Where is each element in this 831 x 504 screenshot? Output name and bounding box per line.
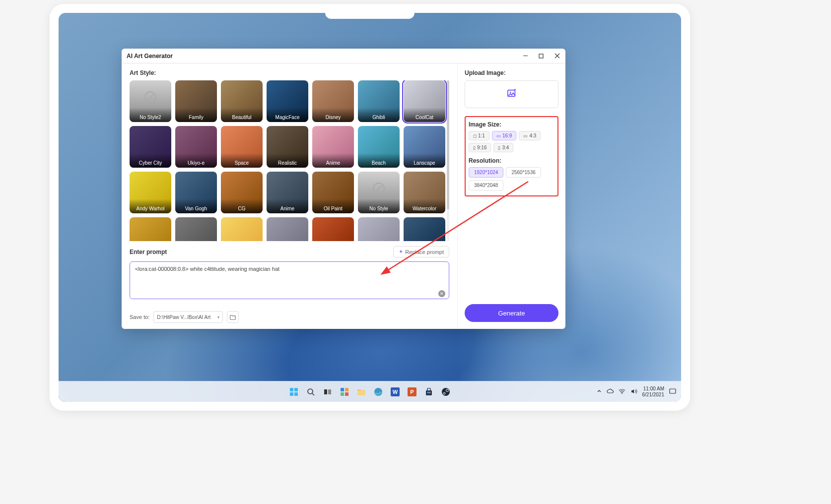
style-tile-label: Watercolor [404,199,445,213]
svg-rect-27 [429,392,431,393]
open-folder-button[interactable] [227,311,239,323]
style-tile-label: Anime [267,199,308,213]
prompt-input[interactable] [130,261,449,299]
wifi-icon[interactable] [619,388,625,395]
generate-button[interactable]: Generate [465,304,558,322]
svg-rect-18 [345,392,348,396]
style-tile-row4-25[interactable] [312,217,354,241]
start-button[interactable] [287,385,301,399]
notifications-icon[interactable] [669,388,676,395]
taskbar-datetime[interactable]: 11:00 AM 6/21/2021 [642,386,665,398]
word-icon[interactable]: W [388,385,402,399]
style-tile-Ukiyo-e[interactable]: Ukiyo-e [175,126,217,168]
style-tile-label: Disney [312,108,354,122]
powerpoint-icon[interactable]: P [405,385,419,399]
svg-rect-26 [427,392,429,393]
svg-point-28 [442,388,450,396]
style-tile-row4-24[interactable] [267,217,308,241]
aspect-icon: ▯ [473,145,476,150]
desktop-wallpaper: AI Art Generator Art Style: [59,13,681,402]
scrollbar[interactable] [447,80,449,241]
sparkle-icon: ✦ [399,249,403,255]
resolution-option-1920x1024[interactable]: 1920*1024 [469,167,503,178]
volume-icon[interactable] [630,388,637,395]
replace-prompt-button[interactable]: ✦ Replace prompt [393,246,449,257]
laptop-notch [325,4,415,19]
close-button[interactable] [554,53,560,60]
widgets-icon[interactable] [338,385,351,399]
style-tile-Oil Paint[interactable]: Oil Paint [312,172,354,213]
titlebar: AI Art Generator [122,49,565,63]
search-icon[interactable] [304,385,318,399]
cloud-icon[interactable] [607,388,614,395]
style-tile-row4-27[interactable] [404,217,445,241]
size-option-16-9[interactable]: ▭16:9 [492,131,516,140]
svg-point-5 [509,91,511,93]
style-tile-row4-21[interactable] [130,217,171,241]
style-tile-row4-22[interactable] [175,217,217,241]
svg-point-31 [622,393,623,394]
svg-rect-19 [357,391,365,395]
style-tile-label: CG [221,199,263,213]
style-tile-MagicFace[interactable]: MagicFace [267,80,308,122]
style-tile-label: No Style [358,199,400,213]
style-tile-label: Beautiful [221,108,263,122]
edge-icon[interactable] [371,385,385,399]
style-tile-Anime[interactable]: Anime [312,126,354,168]
tray-chevron-icon[interactable] [597,389,602,395]
aspect-icon: ▭ [523,133,528,138]
svg-point-11 [308,389,313,394]
upload-image-dropzone[interactable] [465,80,558,108]
style-tile-Cyber City[interactable]: Cyber City [130,126,171,168]
style-tile-Family[interactable]: Family [175,80,217,122]
svg-rect-9 [290,392,293,396]
svg-rect-15 [341,388,344,391]
minimize-button[interactable] [522,53,529,60]
style-tile-No Style[interactable]: No Style [358,172,400,213]
style-tile-Lanscape[interactable]: Lanscape [404,126,445,168]
svg-rect-25 [426,390,432,395]
style-tile-Space[interactable]: Space [221,126,263,168]
prompt-label: Enter prompt [130,249,167,255]
style-tile-Disney[interactable]: Disney [312,80,354,122]
style-tile-label: Family [175,108,217,122]
style-tile-Realistic[interactable]: Realistic [267,126,308,168]
svg-rect-8 [294,388,298,391]
file-explorer-icon[interactable] [354,385,368,399]
style-tile-CG[interactable]: CG [221,172,263,213]
style-tile-row4-26[interactable] [358,217,400,241]
svg-rect-7 [290,388,293,391]
size-option-3-4[interactable]: ▯3:4 [493,143,513,152]
svg-rect-32 [670,389,676,393]
style-tile-Ghibli[interactable]: Ghibli [358,80,400,122]
resolution-option-2560x1536[interactable]: 2560*1536 [506,167,541,178]
svg-text:W: W [393,389,398,395]
style-tile-label: Andy Warhol [130,199,171,213]
art-style-label: Art Style: [130,69,449,76]
svg-rect-13 [324,389,327,394]
size-option-9-16[interactable]: ▯9:16 [469,143,491,152]
task-view-icon[interactable] [321,385,335,399]
style-tile-label: MagicFace [267,108,308,122]
clear-prompt-icon[interactable]: ✕ [438,290,445,297]
annotation-highlight-box: Image Size: ◻1:1▭16:9▭4:3▯9:16▯3:4 Resol… [465,116,558,196]
styles-scroll[interactable]: No Style2FamilyBeautifulMagicFaceDisneyG… [130,80,449,241]
style-tile-Beach[interactable]: Beach [358,126,400,168]
style-tile-CoolCat[interactable]: CoolCat [404,80,445,122]
size-option-1-1[interactable]: ◻1:1 [469,131,489,140]
style-tile-Anime[interactable]: Anime [267,172,308,213]
store-icon[interactable] [422,385,436,399]
style-tile-Van Gogh[interactable]: Van Gogh [175,172,217,213]
steam-icon[interactable] [439,385,453,399]
save-path-dropdown[interactable]: D:\HitPaw V...lBox\AI Art ▾ [153,311,223,323]
style-tile-No Style2[interactable]: No Style2 [130,80,171,122]
size-option-4-3[interactable]: ▭4:3 [519,131,541,140]
svg-rect-10 [294,392,298,396]
style-tile-row4-23[interactable] [221,217,263,241]
laptop-frame: AI Art Generator Art Style: [50,4,690,411]
style-tile-Beautiful[interactable]: Beautiful [221,80,263,122]
style-tile-Andy Warhol[interactable]: Andy Warhol [130,172,171,213]
maximize-button[interactable] [538,53,545,60]
style-tile-Watercolor[interactable]: Watercolor [404,172,445,213]
resolution-option-3840x2048[interactable]: 3840*2048 [469,180,503,190]
